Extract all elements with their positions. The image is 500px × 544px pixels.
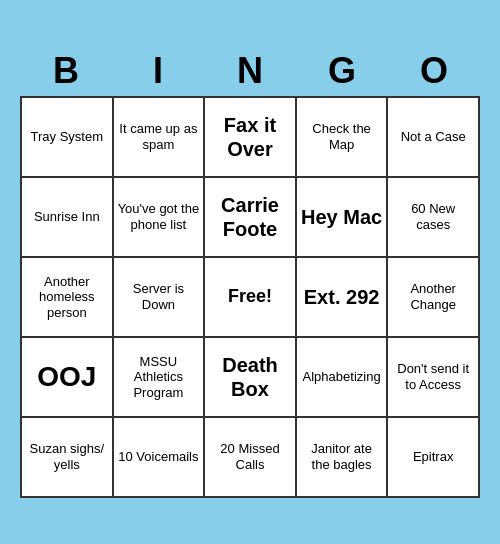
bingo-cell-10[interactable]: Another homeless person (22, 258, 114, 338)
bingo-cell-18[interactable]: Alphabetizing (297, 338, 389, 418)
bingo-cell-8[interactable]: Hey Mac (297, 178, 389, 258)
bingo-cell-21[interactable]: 10 Voicemails (114, 418, 206, 498)
bingo-cell-22[interactable]: 20 Missed Calls (205, 418, 297, 498)
bingo-cell-1[interactable]: It came up as spam (114, 98, 206, 178)
bingo-cell-5[interactable]: Sunrise Inn (22, 178, 114, 258)
bingo-cell-20[interactable]: Suzan sighs/ yells (22, 418, 114, 498)
bingo-card: B I N G O Tray SystemIt came up as spamF… (10, 36, 490, 508)
bingo-cell-24[interactable]: Epitrax (388, 418, 480, 498)
bingo-cell-4[interactable]: Not a Case (388, 98, 480, 178)
bingo-cell-17[interactable]: Death Box (205, 338, 297, 418)
bingo-cell-15[interactable]: OOJ (22, 338, 114, 418)
letter-b: B (20, 46, 112, 96)
bingo-cell-19[interactable]: Don't send it to Access (388, 338, 480, 418)
bingo-cell-11[interactable]: Server is Down (114, 258, 206, 338)
bingo-cell-2[interactable]: Fax it Over (205, 98, 297, 178)
bingo-header: B I N G O (20, 46, 480, 96)
bingo-cell-7[interactable]: Carrie Foote (205, 178, 297, 258)
bingo-cell-12[interactable]: Free! (205, 258, 297, 338)
letter-i: I (112, 46, 204, 96)
bingo-cell-16[interactable]: MSSU Athletics Program (114, 338, 206, 418)
letter-g: G (296, 46, 388, 96)
bingo-cell-23[interactable]: Janitor ate the bagles (297, 418, 389, 498)
bingo-cell-3[interactable]: Check the Map (297, 98, 389, 178)
letter-n: N (204, 46, 296, 96)
bingo-cell-14[interactable]: Another Change (388, 258, 480, 338)
letter-o: O (388, 46, 480, 96)
bingo-cell-0[interactable]: Tray System (22, 98, 114, 178)
bingo-grid: Tray SystemIt came up as spamFax it Over… (20, 96, 480, 498)
bingo-cell-13[interactable]: Ext. 292 (297, 258, 389, 338)
bingo-cell-6[interactable]: You've got the phone list (114, 178, 206, 258)
bingo-cell-9[interactable]: 60 New cases (388, 178, 480, 258)
